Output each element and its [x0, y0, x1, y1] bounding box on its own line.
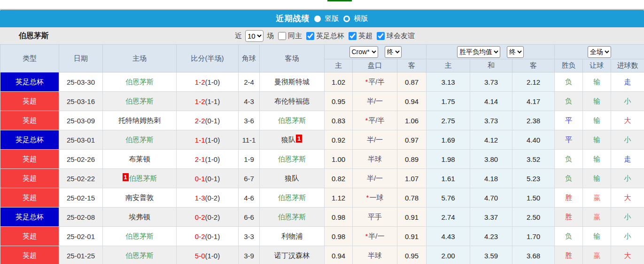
- matches-label: 场: [267, 32, 274, 40]
- home-team-name: 伯恩茅斯: [125, 136, 154, 144]
- cell-avg-home: 3.13: [427, 72, 470, 92]
- cell-league: 英超: [0, 246, 59, 264]
- cell-result: 负: [555, 150, 583, 169]
- col-header-type: 类型: [0, 45, 59, 72]
- cell-avg-away: 1.50: [512, 188, 555, 208]
- cell-league: 英超: [0, 150, 59, 169]
- premier-league-checkbox[interactable]: [349, 32, 357, 40]
- col-header-date: 日期: [59, 45, 103, 72]
- table-row: 英足总杯25-03-30伯恩茅斯1-2(1-0)2-4曼彻斯特城1.02*平/半…: [0, 72, 644, 92]
- bookmaker-select[interactable]: Crow*: [349, 46, 378, 58]
- cell-score: 1-1(1-0): [177, 130, 239, 150]
- halftime-score: (0-1): [205, 232, 220, 240]
- cell-result: 胜: [555, 208, 583, 227]
- cell-date: 25-02-22: [59, 169, 103, 188]
- odds-header-group: Crow* 终: [325, 45, 427, 59]
- near-label: 近: [235, 32, 242, 40]
- cell-avg-draw: 3.73: [470, 111, 512, 130]
- fulltime-score: 1-1: [195, 136, 205, 144]
- cell-avg-draw: 3.80: [470, 150, 512, 169]
- cell-odds-away: 1.06: [397, 111, 427, 130]
- cell-league: 英超: [0, 169, 59, 188]
- fulltime-score: 0-2: [195, 232, 205, 240]
- horizontal-layout-radio[interactable]: [343, 16, 350, 22]
- cell-let-result: 输: [583, 227, 611, 246]
- cell-home-team: 伯恩茅斯: [103, 72, 177, 92]
- vertical-layout-radio[interactable]: [314, 16, 321, 22]
- cell-league: 英超: [0, 188, 59, 208]
- recent-results-panel: 近期战绩 竖版 横版 伯恩茅斯 近 10 场 同主 英足总杯 英超 球会友谊: [0, 0, 644, 264]
- cell-away-team: 利物浦: [260, 227, 325, 246]
- matches-count-select[interactable]: 10: [245, 30, 264, 42]
- handicap-text: 半/一: [367, 136, 383, 144]
- cell-result: 负: [555, 92, 583, 111]
- halftime-score: (1-0): [205, 252, 220, 260]
- halftime-score: (1-0): [205, 136, 220, 144]
- avg-period-select[interactable]: 终: [507, 46, 524, 58]
- cell-odds-away: 0.91: [397, 227, 427, 246]
- cell-result: 平: [555, 111, 583, 130]
- table-row: 英足总杯25-03-01伯恩茅斯1-1(1-0)11-1狼队10.92半/一0.…: [0, 130, 644, 150]
- fulltime-score: 5-0: [195, 252, 205, 260]
- fa-cup-checkbox[interactable]: [306, 32, 314, 40]
- cell-home-team: 伯恩茅斯: [103, 227, 177, 246]
- cell-league: 英足总杯: [0, 72, 59, 92]
- scope-header-group: 全场: [555, 45, 644, 59]
- odds-period-select[interactable]: 终: [385, 46, 402, 58]
- cell-corners: 6-6: [239, 208, 260, 227]
- cell-avg-draw: 3.73: [470, 72, 512, 92]
- cell-home-team: 布莱顿: [103, 150, 177, 169]
- cell-date: 25-02-15: [59, 188, 103, 208]
- cell-let-result: 输: [583, 111, 611, 130]
- table-row: 英超25-02-01伯恩茅斯0-2(0-1)3-3利物浦0.98*半/一0.91…: [0, 227, 644, 246]
- cell-avg-away: 4.40: [512, 130, 555, 150]
- cell-goals-result: 走: [611, 72, 644, 92]
- handicap-text: 半球: [368, 155, 382, 163]
- table-row: 英超25-03-09托特纳姆热刺2-2(0-1)3-6伯恩茅斯0.83*平/半1…: [0, 111, 644, 130]
- halftime-score: (0-2): [205, 213, 220, 221]
- cell-avg-home: 2.75: [427, 111, 470, 130]
- home-team-name: 伯恩茅斯: [125, 232, 154, 240]
- sub-header-handicap: 盘口: [353, 59, 397, 72]
- fulltime-score: 1-2: [195, 78, 205, 86]
- active-tab-underline: [327, 0, 352, 1]
- cell-avg-draw: 4.14: [470, 92, 512, 111]
- fulltime-score: 1-2: [195, 97, 205, 105]
- cell-date: 25-02-08: [59, 208, 103, 227]
- fulltime-score: 2-2: [195, 117, 205, 125]
- cell-date: 25-03-30: [59, 72, 103, 92]
- fa-cup-label: 英足总杯: [316, 32, 344, 40]
- club-friendly-checkbox[interactable]: [377, 32, 385, 40]
- halftime-score: (1-1): [205, 97, 220, 105]
- home-team-name: 埃弗顿: [129, 213, 150, 221]
- cell-odds-home: 0.83: [325, 111, 353, 130]
- home-team-name: 伯恩茅斯: [125, 251, 154, 259]
- scope-select[interactable]: 全场: [588, 46, 611, 58]
- cell-result: 负: [555, 72, 583, 92]
- red-card-badge: 1: [123, 173, 129, 181]
- same-home-checkbox[interactable]: [278, 32, 286, 40]
- cell-handicap: 半/一: [353, 92, 397, 111]
- cell-corners: 1-9: [239, 150, 260, 169]
- handicap-text: 一球: [369, 193, 383, 201]
- away-team-name: 狼队: [285, 174, 299, 182]
- avg-type-select[interactable]: 胜平负均值: [457, 46, 500, 58]
- sub-header-odds-home: 主: [325, 59, 353, 72]
- cell-let-result: 输: [583, 169, 611, 188]
- cell-home-team: 伯恩茅斯: [103, 246, 177, 264]
- cell-away-team: 诺丁汉森林: [260, 246, 325, 264]
- table-row: 英足总杯25-02-08埃弗顿0-2(0-2)6-6伯恩茅斯0.98平手0.91…: [0, 208, 644, 227]
- cell-goals-result: 小: [611, 92, 644, 111]
- cell-goals-result: 小: [611, 130, 644, 150]
- cell-date: 25-03-16: [59, 92, 103, 111]
- cell-result: 平: [555, 130, 583, 150]
- cell-away-team: 伯恩茅斯: [260, 208, 325, 227]
- cell-date: 25-01-25: [59, 246, 103, 264]
- cell-corners: 4-3: [239, 92, 260, 111]
- cell-avg-draw: 4.70: [470, 188, 512, 208]
- cell-result: 胜: [555, 188, 583, 208]
- cell-avg-home: 2.74: [427, 208, 470, 227]
- away-team-name: 曼彻斯特城: [274, 78, 310, 86]
- col-header-score: 比分(半场): [177, 45, 239, 72]
- cell-let-result: 赢: [583, 246, 611, 264]
